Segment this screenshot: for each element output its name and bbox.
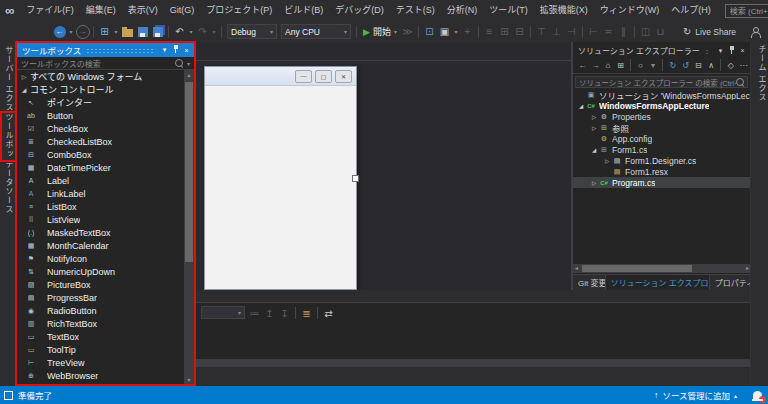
menu-git[interactable]: Git(G) (164, 0, 201, 21)
toolbox-category[interactable]: ◢コモン コントロール (17, 83, 184, 96)
solution-explorer-titlebar[interactable]: ソリューション エクスプローラー ▾ × (573, 44, 750, 57)
menu-edit[interactable]: 編集(E) (80, 0, 122, 21)
next-message-icon[interactable]: ↧ (277, 306, 292, 321)
designed-form[interactable]: —▢✕ (204, 66, 357, 290)
toolbox-scrollbar[interactable]: ▴ ▾ (184, 70, 194, 384)
menu-window[interactable]: ウィンドウ(W) (594, 0, 666, 21)
dropdown-icon[interactable]: ▾ (647, 59, 660, 72)
toolbox-item-MaskedTextBox[interactable]: (.)MaskedTextBox (17, 226, 184, 239)
menu-help[interactable]: ヘルプ(H) (665, 0, 717, 21)
toggle-output-icon[interactable]: ⇄ (321, 306, 336, 321)
toolbox-item-LinkLabel[interactable]: ALinkLabel (17, 187, 184, 200)
menu-analyze[interactable]: 分析(N) (441, 0, 484, 21)
align-centers-icon[interactable]: ⊞ (497, 24, 512, 39)
back-icon[interactable]: ← (576, 59, 589, 72)
toolbox-item-RichTextBox[interactable]: ▥RichTextBox (17, 317, 184, 330)
dropdown-icon[interactable]: ▾ (452, 24, 460, 39)
toolbox-titlebar[interactable]: ツールボックス ▾ × (17, 43, 194, 57)
add-icon[interactable]: + (460, 24, 475, 39)
toolbox-item-NumericUpDown[interactable]: ⇅NumericUpDown (17, 265, 184, 278)
hot-reload-icon[interactable]: ≫ (400, 24, 415, 39)
toolbox-search-box[interactable]: ツールボックスの検索 ▾ (17, 57, 194, 70)
dropdown-icon[interactable]: ▾ (67, 24, 75, 39)
make-same-width-icon[interactable]: ⊢ (586, 24, 601, 39)
view-code-icon[interactable]: ◇ (724, 59, 737, 72)
menu-tools[interactable]: ツール(T) (483, 0, 534, 21)
toolbox-item-NotifyIcon[interactable]: ⚑NotifyIcon (17, 252, 184, 265)
horizontal-spacing-icon[interactable]: ◫ (638, 24, 653, 39)
save-all-icon[interactable] (150, 24, 165, 39)
align-middles-icon[interactable]: ⊣ (564, 24, 579, 39)
quick-search-box[interactable]: 検索 (Ctrl+Q) (725, 4, 768, 18)
menu-test[interactable]: テスト(S) (390, 0, 441, 21)
form-minimize-button[interactable]: — (295, 70, 312, 83)
toolbox-item-CheckBox[interactable]: ☑CheckBox (17, 122, 184, 135)
attach-icon[interactable]: ⊡ (422, 24, 437, 39)
word-wrap-icon[interactable]: ≣ (299, 306, 314, 321)
collapse-all-icon[interactable]: ∧ (705, 59, 718, 72)
close-icon[interactable]: × (181, 47, 192, 54)
collapsed-panel-strip[interactable] (196, 359, 750, 367)
toolbox-item-MonthCalendar[interactable]: ▦MonthCalendar (17, 239, 184, 252)
live-share-button[interactable]: Live Share (695, 27, 736, 37)
toolbox-item-ListView[interactable]: ⠿ListView (17, 213, 184, 226)
tab-git-changes[interactable]: Git 変更 (573, 275, 606, 290)
menu-file[interactable]: ファイル(F) (20, 0, 80, 21)
dropdown-icon[interactable]: ▾ (112, 24, 120, 39)
menu-extensions[interactable]: 拡張機能(X) (534, 0, 594, 21)
close-icon[interactable]: × (737, 47, 748, 54)
scroll-right-icon[interactable]: ▸ (746, 264, 749, 273)
pending-changes-filter-icon[interactable]: ○ (634, 59, 647, 72)
more-icon[interactable]: ⋯ (737, 59, 750, 72)
output-source-dropdown[interactable]: ▾ (201, 306, 245, 319)
toolbox-item-TextBox[interactable]: ▭TextBox (17, 330, 184, 343)
toolbox-item-ComboBox[interactable]: ⊟ComboBox (17, 148, 184, 161)
form-close-button[interactable]: ✕ (335, 70, 352, 83)
new-project-icon[interactable]: ⊞ (97, 24, 112, 39)
toolbox-item-ProgressBar[interactable]: ▤ProgressBar (17, 291, 184, 304)
resize-handle[interactable] (352, 175, 359, 182)
forward-icon[interactable]: → (589, 59, 602, 72)
menu-view[interactable]: 表示(V) (122, 0, 164, 21)
undo-icon[interactable]: ↶ (172, 24, 187, 39)
scrollbar-thumb[interactable] (582, 265, 692, 272)
sidebar-tab-team-explorer[interactable]: チーム エクスプローラー (756, 45, 767, 100)
toolbox-item-ListBox[interactable]: ≡ListBox (17, 200, 184, 213)
redo-icon[interactable]: ↷ (195, 24, 210, 39)
pin-icon[interactable] (170, 45, 181, 55)
pin-icon[interactable] (726, 46, 737, 56)
platform-dropdown[interactable]: Any CPU▾ (281, 24, 351, 39)
toolbox-item-ToolTip[interactable]: ▭ToolTip (17, 343, 184, 356)
tab-solution-explorer[interactable]: ソリューション エクスプローラー (606, 275, 710, 290)
scroll-up-icon[interactable]: ▴ (184, 71, 194, 78)
toolbox-item-Button[interactable]: abButton (17, 109, 184, 122)
dropdown-icon[interactable]: ▾ (210, 24, 218, 39)
tree-node-Properties[interactable]: ▷⚙Properties (573, 111, 750, 122)
toolbox-item-WebBrowser[interactable]: ⊕WebBrowser (17, 369, 184, 382)
tree-node-Program.cs[interactable]: ▷C#Program.cs (573, 177, 750, 188)
window-position-icon[interactable]: ▾ (159, 46, 170, 54)
navigate-back-icon[interactable]: ← (52, 24, 67, 39)
align-tops-icon[interactable]: ⊤ (534, 24, 549, 39)
horizontal-scrollbar[interactable]: ◂ ▸ (573, 264, 751, 273)
toolbox-item-DateTimePicker[interactable]: ▦DateTimePicker (17, 161, 184, 174)
tree-node-Form1.Designer.cs[interactable]: ▷▤Form1.Designer.cs (573, 155, 750, 166)
tree-node-WindowsFormsAppLecture[interactable]: ◢C#WindowsFormsAppLecture (573, 100, 750, 111)
scroll-left-icon[interactable]: ◂ (575, 264, 578, 273)
form-maximize-button[interactable]: ▢ (315, 70, 332, 83)
open-folder-icon[interactable] (120, 24, 135, 39)
tree-node--WindowsFormsAppLecture-1-1-[interactable]: ▣ソリューション 'WindowsFormsAppLecture' (1/1 プ… (573, 89, 750, 100)
collapsed-icon[interactable]: ▷ (590, 114, 598, 120)
messages-filter-icon[interactable]: ≔ (247, 306, 262, 321)
switch-views-icon[interactable]: ⊞ (614, 59, 627, 72)
scroll-down-icon[interactable]: ▾ (184, 376, 194, 383)
toolbox-item-Label[interactable]: ALabel (17, 174, 184, 187)
add-to-source-control-button[interactable]: ソース管理に追加 (662, 389, 730, 401)
save-icon[interactable] (135, 24, 150, 39)
sidebar-tab-data-sources[interactable]: データソース (3, 160, 14, 216)
toolbox-item-PictureBox[interactable]: ▨PictureBox (17, 278, 184, 291)
toolbox-item-CheckedListBox[interactable]: ≣CheckedListBox (17, 135, 184, 148)
collapsed-icon[interactable]: ▷ (590, 125, 598, 131)
toolbox-item-RadioButton[interactable]: ◉RadioButton (17, 304, 184, 317)
caret-up-icon[interactable]: ▴ (734, 392, 737, 399)
